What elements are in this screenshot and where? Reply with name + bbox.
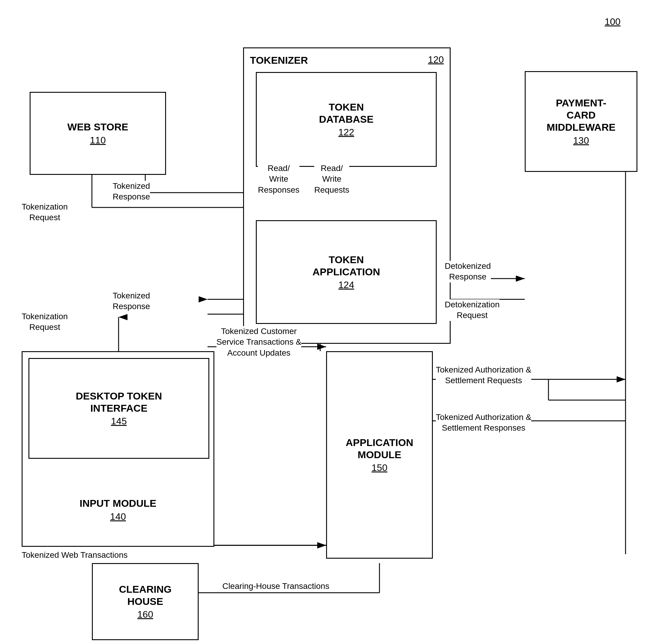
tokenizer-box: TOKENIZER 120 TOKENDATABASE 122 TOKENAPP… (243, 47, 451, 344)
label-tokenized-response-2: TokenizedResponse (113, 291, 150, 312)
desktop-token-title: DESKTOP TOKENINTERFACE (76, 390, 162, 414)
label-tokenized-customer: Tokenized CustomerService Transactions &… (216, 326, 301, 358)
label-tokenization-request-1: TokenizationRequest (22, 202, 68, 223)
token-database-box: TOKENDATABASE 122 (256, 72, 437, 167)
web-store-box: WEB STORE 110 (30, 92, 166, 175)
payment-card-box: PAYMENT-CARDMIDDLEWARE 130 (525, 71, 637, 172)
label-tokenization-request-2: TokenizationRequest (22, 311, 68, 333)
label-tokenized-auth-responses: Tokenized Authorization &Settlement Resp… (436, 412, 531, 434)
desktop-token-ref: 145 (111, 416, 127, 427)
label-read-write-responses: Read/WriteResponses (258, 163, 299, 195)
input-module-title: INPUT MODULE (23, 497, 213, 509)
label-clearing-house-transactions: Clearing-House Transactions (222, 581, 329, 592)
main-ref: 100 (605, 16, 620, 27)
clearing-house-title: CLEARINGHOUSE (119, 583, 172, 607)
application-module-box: APPLICATIONMODULE 150 (326, 351, 433, 559)
application-module-title: APPLICATIONMODULE (346, 437, 413, 461)
desktop-token-box: DESKTOP TOKENINTERFACE 145 (28, 358, 209, 459)
desktop-outer-box: DESKTOP TOKENINTERFACE 145 INPUT MODULE … (22, 351, 214, 547)
tokenizer-title: TOKENIZER (250, 54, 308, 66)
web-store-title: WEB STORE (67, 121, 128, 133)
input-module-area: INPUT MODULE 140 (23, 497, 213, 522)
payment-card-title: PAYMENT-CARDMIDDLEWARE (547, 97, 615, 133)
label-detokenized-response: DetokenizedResponse (445, 261, 491, 282)
label-tokenized-web: Tokenized Web Transactions (22, 550, 128, 560)
clearing-house-ref: 160 (137, 609, 153, 620)
token-application-title: TOKENAPPLICATION (313, 254, 380, 278)
tokenizer-ref: 120 (428, 54, 444, 65)
token-database-title: TOKENDATABASE (319, 101, 373, 125)
label-tokenized-auth-requests: Tokenized Authorization &Settlement Requ… (436, 365, 531, 386)
label-read-write-requests: Read/WriteRequests (314, 163, 349, 195)
input-module-ref: 140 (23, 511, 213, 522)
payment-card-ref: 130 (573, 135, 589, 146)
label-tokenized-response-1: TokenizedResponse (113, 181, 150, 202)
token-database-ref: 122 (338, 127, 354, 138)
application-module-ref: 150 (371, 462, 387, 473)
token-application-ref: 124 (338, 279, 354, 291)
label-detokenization-request: DetokenizationRequest (445, 299, 500, 321)
diagram: 100 (0, 0, 662, 644)
web-store-ref: 110 (90, 135, 106, 146)
token-application-box: TOKENAPPLICATION 124 (256, 220, 437, 324)
clearing-house-box: CLEARINGHOUSE 160 (92, 563, 199, 640)
